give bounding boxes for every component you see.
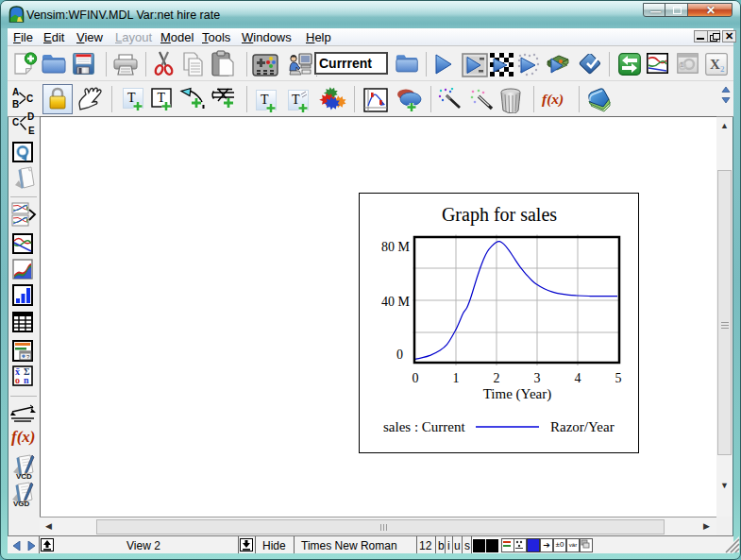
svg-text:2: 2 (720, 64, 725, 74)
svg-text:80 M: 80 M (381, 240, 411, 254)
svg-text:Time (Year): Time (Year) (483, 386, 552, 402)
svg-text:VGD: VGD (13, 500, 30, 507)
svg-text:sales : Current: sales : Current (383, 419, 465, 434)
svg-text:D: D (27, 111, 34, 122)
svg-text:T: T (261, 93, 269, 107)
svg-text:5: 5 (615, 371, 622, 385)
svg-text:n: n (24, 375, 29, 385)
svg-text:C: C (12, 117, 19, 127)
svg-text:1: 1 (680, 60, 684, 69)
svg-text:2: 2 (494, 371, 500, 385)
svg-text:VCD: VCD (16, 472, 32, 480)
svg-text:T: T (292, 93, 300, 107)
svg-text:Razor/Year: Razor/Year (550, 419, 615, 434)
svg-text:X: X (710, 57, 720, 72)
svg-text:A: A (12, 87, 19, 97)
svg-text:1: 1 (453, 371, 460, 385)
svg-text:0: 0 (413, 371, 419, 385)
svg-text:B: B (12, 99, 19, 110)
svg-text:C: C (26, 93, 33, 104)
svg-text:o: o (15, 375, 20, 385)
svg-text:T: T (127, 91, 136, 105)
svg-text:4: 4 (575, 371, 581, 385)
svg-text:Graph for sales: Graph for sales (442, 204, 557, 226)
svg-text:3: 3 (534, 371, 541, 385)
svg-text:E: E (28, 126, 35, 136)
svg-text:0: 0 (396, 348, 403, 362)
svg-text:40 M: 40 M (381, 295, 411, 309)
